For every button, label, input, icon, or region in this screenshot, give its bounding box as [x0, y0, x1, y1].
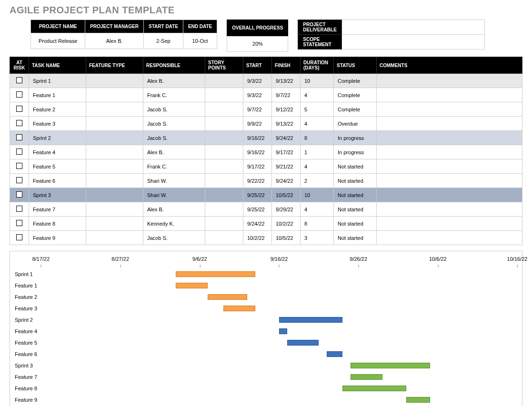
- cell[interactable]: 9/24/22: [272, 131, 301, 145]
- cell[interactable]: 9/3/22: [243, 88, 272, 102]
- cell[interactable]: [10, 102, 29, 117]
- checkbox-icon[interactable]: [16, 120, 22, 126]
- cell[interactable]: 10/5/22: [272, 231, 301, 245]
- cell[interactable]: 9/7/22: [272, 88, 301, 102]
- cell[interactable]: Not started: [334, 174, 377, 188]
- cell[interactable]: Feature 2: [29, 102, 86, 117]
- cell[interactable]: Not started: [334, 188, 377, 202]
- cell[interactable]: Feature 6: [29, 174, 86, 188]
- checkbox-icon[interactable]: [16, 149, 22, 155]
- cell[interactable]: [86, 145, 143, 159]
- cell[interactable]: [377, 117, 522, 131]
- cell[interactable]: 3: [301, 231, 334, 245]
- val-project-manager[interactable]: Alex B.: [85, 33, 144, 49]
- cell[interactable]: In progress: [334, 131, 377, 145]
- cell[interactable]: [10, 74, 29, 88]
- cell[interactable]: Jacob S.: [143, 131, 205, 145]
- cell[interactable]: [10, 231, 29, 245]
- cell[interactable]: 10/2/22: [243, 231, 272, 245]
- cell[interactable]: [86, 174, 143, 188]
- val-start-date[interactable]: 2-Sep: [144, 33, 183, 49]
- cell[interactable]: Not started: [334, 202, 377, 217]
- cell[interactable]: Frank C.: [143, 159, 205, 174]
- cell[interactable]: [377, 202, 522, 217]
- cell[interactable]: 9/24/22: [243, 217, 272, 231]
- cell[interactable]: [377, 159, 522, 174]
- cell[interactable]: Feature 7: [29, 202, 86, 217]
- cell[interactable]: Not started: [334, 231, 377, 245]
- cell[interactable]: [86, 88, 143, 102]
- cell[interactable]: Jacob S.: [143, 231, 205, 245]
- cell[interactable]: Shari W.: [143, 174, 205, 188]
- cell[interactable]: Feature 9: [29, 231, 86, 245]
- cell[interactable]: Alex B.: [143, 74, 205, 88]
- cell[interactable]: [10, 131, 29, 145]
- cell[interactable]: Not started: [334, 159, 377, 174]
- cell[interactable]: [205, 174, 243, 188]
- cell[interactable]: [86, 117, 143, 131]
- val-deliverable[interactable]: [341, 20, 484, 35]
- cell[interactable]: 10: [301, 74, 334, 88]
- cell[interactable]: Alex B.: [143, 145, 205, 159]
- cell[interactable]: [205, 74, 243, 88]
- checkbox-icon[interactable]: [16, 191, 22, 198]
- cell[interactable]: Feature 1: [29, 88, 86, 102]
- cell[interactable]: 10/2/22: [272, 217, 301, 231]
- cell[interactable]: [205, 117, 243, 131]
- cell[interactable]: [86, 231, 143, 245]
- cell[interactable]: 5: [301, 102, 334, 117]
- cell[interactable]: Complete: [334, 102, 377, 117]
- cell[interactable]: [86, 217, 143, 231]
- cell[interactable]: [10, 117, 29, 131]
- cell[interactable]: [86, 188, 143, 202]
- cell[interactable]: 8: [301, 131, 334, 145]
- cell[interactable]: 1: [301, 145, 334, 159]
- checkbox-icon[interactable]: [16, 234, 22, 240]
- cell[interactable]: [86, 202, 143, 217]
- cell[interactable]: 10/5/22: [272, 188, 301, 202]
- cell[interactable]: 9/17/22: [243, 159, 272, 174]
- cell[interactable]: Sprint 3: [29, 188, 86, 202]
- checkbox-icon[interactable]: [16, 77, 22, 83]
- cell[interactable]: 10: [301, 188, 334, 202]
- cell[interactable]: [10, 145, 29, 159]
- checkbox-icon[interactable]: [16, 177, 22, 183]
- cell[interactable]: [205, 217, 243, 231]
- cell[interactable]: [205, 202, 243, 217]
- cell[interactable]: 4: [301, 88, 334, 102]
- cell[interactable]: Complete: [334, 74, 377, 88]
- cell[interactable]: 9/29/22: [272, 202, 301, 217]
- cell[interactable]: Feature 4: [29, 145, 86, 159]
- cell[interactable]: Jacob S.: [143, 102, 205, 117]
- cell[interactable]: Frank C.: [143, 88, 205, 102]
- cell[interactable]: [86, 131, 143, 145]
- checkbox-icon[interactable]: [16, 163, 22, 169]
- cell[interactable]: 9/3/22: [243, 74, 272, 88]
- cell[interactable]: In progress: [334, 145, 377, 159]
- cell[interactable]: Feature 5: [29, 159, 86, 174]
- cell[interactable]: [205, 188, 243, 202]
- cell[interactable]: [10, 174, 29, 188]
- cell[interactable]: Alex B.: [143, 202, 205, 217]
- cell[interactable]: Kennedy K.: [143, 217, 205, 231]
- cell[interactable]: 9/13/22: [272, 117, 301, 131]
- cell[interactable]: Feature 8: [29, 217, 86, 231]
- cell[interactable]: [86, 159, 143, 174]
- cell[interactable]: [377, 217, 522, 231]
- cell[interactable]: [205, 102, 243, 117]
- cell[interactable]: 9/17/22: [272, 145, 301, 159]
- val-scope[interactable]: [341, 35, 484, 50]
- checkbox-icon[interactable]: [16, 91, 22, 98]
- checkbox-icon[interactable]: [16, 134, 22, 140]
- cell[interactable]: [377, 131, 522, 145]
- cell[interactable]: [377, 145, 522, 159]
- cell[interactable]: 9/21/22: [272, 159, 301, 174]
- cell[interactable]: Jacob S.: [143, 117, 205, 131]
- cell[interactable]: [10, 188, 29, 202]
- cell[interactable]: [10, 159, 29, 174]
- cell[interactable]: 9/9/22: [243, 117, 272, 131]
- cell[interactable]: 9/24/22: [272, 174, 301, 188]
- cell[interactable]: [377, 102, 522, 117]
- cell[interactable]: 2: [301, 174, 334, 188]
- cell[interactable]: [377, 74, 522, 88]
